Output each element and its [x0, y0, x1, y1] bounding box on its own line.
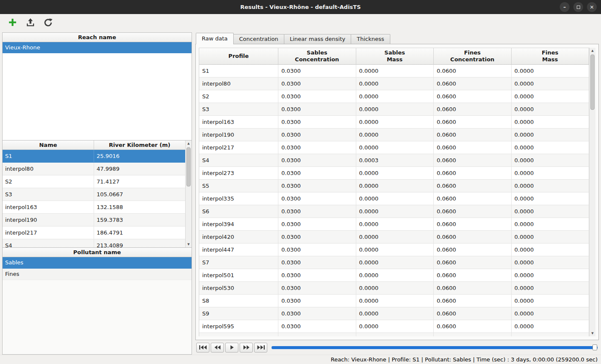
value-cell: 0.0600: [434, 192, 512, 205]
tab-linear-mass-density[interactable]: Linear mass density: [284, 34, 352, 44]
pollutant-list: SablesFines: [3, 257, 192, 280]
profile-row[interactable]: S4213.4089: [3, 239, 185, 247]
profile-cell: S7: [199, 256, 278, 269]
column-header-sables-mass[interactable]: SablesMass: [356, 48, 434, 65]
tab-raw-data[interactable]: Raw data: [196, 33, 234, 44]
profile-table-box: NameRiver Kilometer (m) S125.9016interpo…: [2, 140, 192, 248]
value-cell: 0.0000: [512, 205, 590, 218]
scrollbar-thumb[interactable]: [186, 147, 191, 186]
table-row[interactable]: interpol5950.03000.00000.06000.0000: [199, 320, 589, 333]
table-row[interactable]: S70.03000.00000.06000.0000: [199, 256, 589, 269]
value-cell: 0.0000: [356, 320, 434, 333]
pollutant-list-item[interactable]: Sables: [3, 257, 192, 269]
add-button[interactable]: [7, 17, 18, 28]
profile-row[interactable]: S125.9016: [3, 150, 185, 163]
scrollbar-track[interactable]: [186, 146, 192, 241]
value-cell: 0.0600: [434, 231, 512, 244]
profile-cell: interpol447: [199, 244, 278, 256]
column-header-fines-concentration[interactable]: FinesConcentration: [434, 48, 512, 65]
table-row[interactable]: S50.03000.00000.06000.0000: [199, 180, 589, 192]
scroll-up-icon[interactable]: ▲: [590, 48, 595, 54]
close-button[interactable]: ✕: [587, 2, 597, 12]
profile-name-cell: S3: [3, 188, 94, 201]
value-cell: 0.0000: [512, 320, 590, 333]
scroll-down-icon[interactable]: ▼: [590, 330, 595, 336]
value-cell: 0.0300: [278, 129, 356, 141]
playback-controls: [195, 340, 599, 355]
profile-row[interactable]: interpol8047.9989: [3, 163, 185, 175]
profile-row[interactable]: S3105.0667: [3, 188, 185, 201]
value-cell: 0.0000: [512, 154, 590, 167]
table-row[interactable]: interpol5300.03000.00000.06000.0000: [199, 282, 589, 295]
tab-concentration[interactable]: Concentration: [233, 34, 284, 44]
raw-data-scrollbar[interactable]: ▲ ▼: [589, 48, 595, 336]
profile-name-cell: interpol80: [3, 163, 94, 175]
value-cell: 0.0300: [278, 307, 356, 320]
table-row[interactable]: interpol3940.03000.00000.06000.0000: [199, 218, 589, 231]
fast-forward-button[interactable]: [240, 343, 253, 353]
value-cell: 0.0000: [356, 256, 434, 269]
scroll-up-icon[interactable]: ▲: [186, 140, 192, 146]
minimize-button[interactable]: –: [560, 2, 570, 12]
titlebar: Results - Vieux-Rhône - default-AdisTS –…: [0, 0, 601, 14]
profile-name-cell: interpol190: [3, 214, 94, 226]
table-row[interactable]: S100.03000.00000.06000.0000: [199, 333, 589, 336]
table-row[interactable]: S90.03000.00000.06000.0000: [199, 307, 589, 320]
table-row[interactable]: S30.03000.00000.06000.0000: [199, 103, 589, 116]
skip-to-start-button[interactable]: [196, 343, 209, 353]
profile-column-header[interactable]: Name: [3, 140, 94, 149]
value-cell: 0.0000: [356, 295, 434, 307]
table-row[interactable]: S60.03000.00000.06000.0000: [199, 205, 589, 218]
skip-to-end-button[interactable]: [254, 343, 267, 353]
table-row[interactable]: S20.03000.00000.06000.0000: [199, 90, 589, 103]
scrollbar-thumb[interactable]: [590, 54, 595, 110]
tab-thickness[interactable]: Thickness: [351, 34, 390, 44]
profile-row[interactable]: interpol217186.4791: [3, 226, 185, 239]
table-row[interactable]: interpol4470.03000.00000.06000.0000: [199, 244, 589, 256]
profile-table-scrollbar[interactable]: ▲ ▼: [185, 140, 192, 247]
time-slider[interactable]: [272, 344, 598, 351]
profile-cell: interpol530: [199, 282, 278, 295]
maximize-button[interactable]: [573, 2, 583, 12]
refresh-button[interactable]: [43, 17, 54, 28]
column-header-sables-concentration[interactable]: SablesConcentration: [278, 48, 356, 65]
table-row[interactable]: interpol2170.03000.00000.06000.0000: [199, 141, 589, 154]
value-cell: 0.0600: [434, 116, 512, 129]
time-slider-handle[interactable]: [592, 344, 597, 350]
profile-cell: S2: [199, 90, 278, 103]
table-row[interactable]: S40.03000.00030.06000.0000: [199, 154, 589, 167]
export-button[interactable]: [25, 17, 36, 28]
table-row[interactable]: interpol5010.03000.00000.06000.0000: [199, 269, 589, 282]
table-row[interactable]: interpol1900.03000.00000.06000.0000: [199, 129, 589, 141]
table-row[interactable]: S80.03000.00000.06000.0000: [199, 295, 589, 307]
table-row[interactable]: S10.03000.00000.06000.0000: [199, 65, 589, 77]
reach-list-item[interactable]: Vieux-Rhone: [3, 42, 192, 53]
table-row[interactable]: interpol1630.03000.00000.06000.0000: [199, 116, 589, 129]
value-cell: 0.0300: [278, 231, 356, 244]
profile-name-cell: S2: [3, 175, 94, 188]
pollutant-list-item[interactable]: Fines: [3, 269, 192, 280]
table-row[interactable]: interpol3350.03000.00000.06000.0000: [199, 192, 589, 205]
rewind-button[interactable]: [211, 343, 224, 353]
profile-column-header[interactable]: River Kilometer (m): [94, 140, 185, 149]
value-cell: 0.0000: [356, 269, 434, 282]
profile-row[interactable]: S271.4127: [3, 175, 185, 188]
profile-row[interactable]: interpol163132.1588: [3, 201, 185, 214]
scroll-down-icon[interactable]: ▼: [186, 241, 192, 247]
column-header-line: Fines: [542, 49, 558, 56]
profile-cell: interpol335: [199, 192, 278, 205]
reach-list-empty-area: [3, 53, 192, 140]
column-header-fines-mass[interactable]: FinesMass: [512, 48, 590, 65]
value-cell: 0.0600: [434, 180, 512, 192]
column-header-profile[interactable]: Profile: [199, 48, 278, 65]
profile-cell: S8: [199, 295, 278, 307]
table-row[interactable]: interpol800.03000.00000.06000.0000: [199, 77, 589, 90]
profile-row[interactable]: interpol190159.3783: [3, 214, 185, 226]
play-button[interactable]: [225, 343, 238, 353]
table-row[interactable]: interpol2730.03000.00000.06000.0000: [199, 167, 589, 180]
profile-name-cell: S4: [3, 239, 94, 247]
value-cell: 0.0000: [356, 90, 434, 103]
scrollbar-track[interactable]: [590, 54, 595, 330]
time-slider-fill: [272, 346, 598, 349]
table-row[interactable]: interpol4200.03000.00000.06000.0000: [199, 231, 589, 244]
